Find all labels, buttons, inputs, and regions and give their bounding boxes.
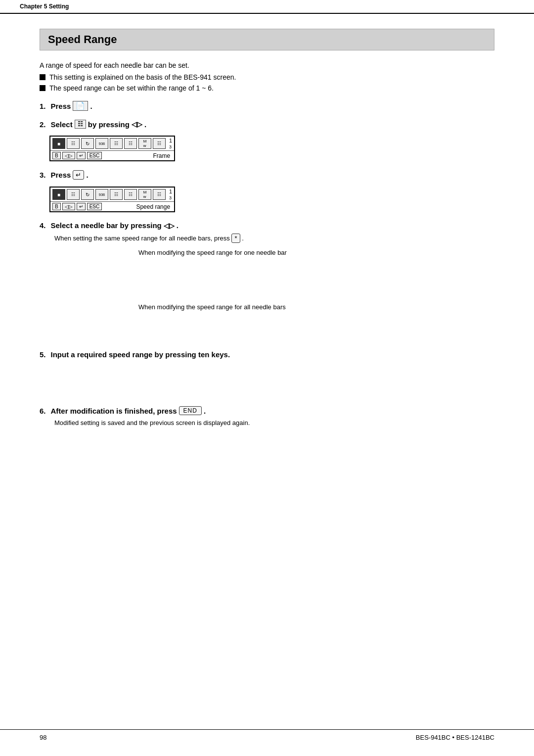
step-3-screen-label: Speed range [136, 203, 172, 210]
step-2-screen: ■ ☷ ↻ 936 ☷ ☷ Mw ☷ 13 B ◁▷ ↵ ESC Frame [49, 136, 175, 161]
step-6-line: 6. After modification is finished, press… [40, 406, 494, 415]
step-4-diagram1-placeholder [40, 258, 494, 297]
step-3-screen-top: ■ ☷ ↻ 936 ☷ ☷ Mw ☷ 13 [50, 188, 174, 202]
step-2-line: 2. Select ☷ by pressing ◁▷ . [40, 120, 494, 129]
model-info: BES-941BC • BES-1241BC [416, 734, 494, 741]
screen-esc-btn: ESC [87, 152, 102, 159]
step-1-press-label: Press [51, 102, 71, 110]
chapter-header: Chapter 5 Setting [0, 0, 534, 14]
step-3-screen: ■ ☷ ↻ 936 ☷ ☷ Mw ☷ 13 B ◁▷ ↵ ESC Speed r… [49, 187, 175, 212]
step-6-suffix: . [204, 407, 206, 415]
screen-icon-s3: ↻ [81, 189, 94, 200]
screen-enter-btn-s: ↵ [77, 203, 86, 210]
screen-icon-3: ↻ [81, 138, 94, 149]
bullet-line-1: This setting is explained on the basis o… [40, 73, 494, 81]
screen-icon-5: ☷ [110, 138, 123, 149]
steps-container: 1. Press 📄 . 2. Select ☷ by pressing ◁▷ … [40, 101, 494, 426]
screen-page-num-s: 13 [169, 189, 172, 200]
step-2-arrows: ◁▷ [132, 120, 142, 128]
step-6-sub-note: Modified setting is saved and the previo… [54, 419, 494, 426]
screen-icon-7: Mw [138, 138, 151, 149]
intro-line1: A range of speed for each needle bar can… [40, 61, 494, 69]
step-5-text: Input a required speed range by pressing… [51, 350, 230, 359]
screen-icon-2: ☷ [67, 138, 80, 149]
bullet-icon-2 [40, 85, 45, 91]
screen-icon-s1: ■ [52, 189, 65, 200]
step-4-diagram2-placeholder [40, 312, 494, 341]
step-6-number: 6. [40, 407, 46, 415]
page-footer: 98 BES-941BC • BES-1241BC [0, 729, 534, 741]
step-3: 3. Press ↵ . ■ ☷ ↻ 936 ☷ ☷ Mw ☷ 13 [40, 170, 494, 212]
screen-left-btn-s: ◁▷ [62, 203, 75, 210]
step-3-line: 3. Press ↵ . [40, 170, 494, 180]
step-2: 2. Select ☷ by pressing ◁▷ . ■ ☷ ↻ 936 ☷… [40, 120, 494, 161]
section-title: Speed Range [40, 29, 494, 50]
step-5: 5. Input a required speed range by press… [40, 350, 494, 397]
step-2-period: . [144, 120, 146, 129]
step-3-enter-btn: ↵ [73, 170, 84, 180]
screen-icon-6: ☷ [124, 138, 137, 149]
screen-icon-s2: ☷ [67, 189, 80, 200]
screen-icon-s7: Mw [138, 189, 151, 200]
step-3-number: 3. [40, 171, 46, 179]
screen-enter-btn: ↵ [77, 152, 86, 159]
step-3-press-label: Press [51, 171, 71, 179]
step-4-text: Select a needle bar by pressing [51, 221, 162, 230]
page-number: 98 [40, 734, 46, 741]
step-6-prefix: After modification is finished, press [51, 407, 177, 415]
star-key-btn: * [231, 234, 240, 243]
screen-left-btn: ◁▷ [62, 152, 75, 159]
step-1-number: 1. [40, 102, 46, 110]
screen-icon-s4: 936 [95, 189, 108, 200]
step-4-number: 4. [40, 221, 46, 230]
step-2-select-label: Select [51, 120, 73, 129]
screen-icon-s6: ☷ [124, 189, 137, 200]
step-1-icon-btn: 📄 [73, 101, 88, 111]
step-2-by-pressing: by pressing [88, 120, 130, 129]
step-4-note2: When modifying the speed range for all n… [138, 302, 494, 312]
end-key-btn: END [179, 406, 202, 415]
bullet-line-2: The speed range can be set within the ra… [40, 84, 494, 92]
screen-icon-4: 936 [95, 138, 108, 149]
step-1: 1. Press 📄 . [40, 101, 494, 111]
screen-b-btn-s: B [52, 203, 61, 210]
screen-icon-8: ☷ [153, 138, 166, 149]
bullet-icon-1 [40, 74, 45, 80]
screen-esc-btn-s: ESC [87, 203, 102, 210]
step-3-screen-bottom: B ◁▷ ↵ ESC Speed range [50, 202, 174, 211]
step-1-line: 1. Press 📄 . [40, 101, 494, 111]
step-3-period: . [86, 171, 88, 179]
main-content: Speed Range A range of speed for each ne… [0, 14, 534, 465]
step-2-screen-top: ■ ☷ ↻ 936 ☷ ☷ Mw ☷ 13 [50, 137, 174, 151]
step-4-line: 4. Select a needle bar by pressing ◁▷ . [40, 221, 494, 230]
step-1-period: . [90, 102, 92, 110]
chapter-label: Chapter 5 Setting [20, 3, 69, 10]
step-4-arrows: ◁▷ [164, 222, 175, 230]
step-5-number: 5. [40, 350, 46, 359]
screen-b-btn: B [52, 152, 61, 159]
step-4: 4. Select a needle bar by pressing ◁▷ . … [40, 221, 494, 341]
screen-icon-1: ■ [52, 138, 65, 149]
step-4-sub-note: When setting the same speed range for al… [54, 234, 494, 243]
step-5-diagram-placeholder [40, 363, 494, 397]
step-4-note1: When modifying the speed range for one n… [138, 248, 494, 258]
step-6: 6. After modification is finished, press… [40, 406, 494, 426]
screen-page-num: 13 [169, 138, 172, 149]
step-2-number: 2. [40, 120, 46, 129]
screen-icon-s5: ☷ [110, 189, 123, 200]
step-2-screen-bottom: B ◁▷ ↵ ESC Frame [50, 151, 174, 160]
step-2-grid-icon: ☷ [75, 120, 86, 129]
step-2-screen-label: Frame [153, 152, 172, 159]
screen-icon-s8: ☷ [153, 189, 166, 200]
step-4-period: . [177, 221, 178, 230]
step-5-line: 5. Input a required speed range by press… [40, 350, 494, 359]
